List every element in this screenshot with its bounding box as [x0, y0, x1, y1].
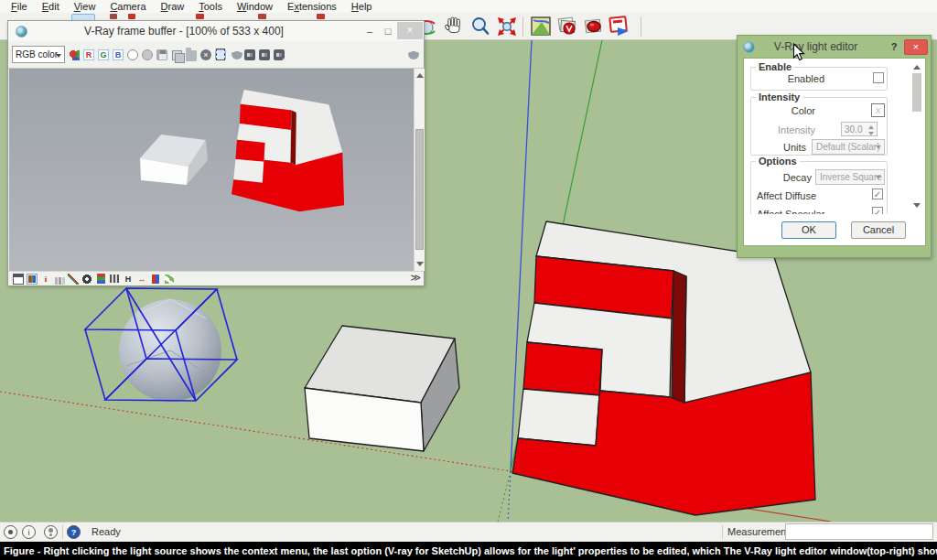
- fb-histogram-icon[interactable]: [54, 274, 65, 285]
- zoom-extents-icon: [495, 15, 519, 38]
- credits-icon[interactable]: i: [22, 525, 36, 539]
- fb-levels-icon[interactable]: [109, 274, 120, 285]
- units-label: Units: [760, 142, 806, 153]
- fb-show-channels-icon[interactable]: [27, 274, 38, 285]
- pan-hand-icon: [442, 15, 466, 38]
- frame-buffer-toolbar: RGB color RGB×: [8, 41, 424, 69]
- mono-channel-icon[interactable]: [142, 49, 153, 60]
- frame-buffer-scrollbar[interactable]: [414, 69, 425, 271]
- zoom-tool-button[interactable]: [468, 14, 492, 38]
- menu-edit[interactable]: Edit: [35, 1, 67, 12]
- menu-extensions[interactable]: Extensions: [280, 1, 344, 12]
- green-channel-button[interactable]: G: [98, 49, 109, 60]
- rendered-red-structure: [232, 90, 344, 211]
- minimize-button[interactable]: –: [361, 23, 379, 39]
- vray-render-button[interactable]: [555, 14, 579, 38]
- help-button[interactable]: ?: [887, 39, 901, 54]
- scroll-down-icon[interactable]: [913, 203, 921, 208]
- close-button[interactable]: ×: [397, 22, 423, 39]
- save-image-icon[interactable]: [156, 49, 167, 60]
- menu-view[interactable]: View: [67, 1, 103, 12]
- maximize-button[interactable]: □: [379, 23, 397, 39]
- measurements-label: Measurements: [727, 526, 781, 537]
- render-result-image[interactable]: [9, 69, 414, 271]
- affect-specular-checkbox[interactable]: ✓: [872, 207, 883, 214]
- frame-buffer-titlebar[interactable]: V-Ray frame buffer - [100% of 533 x 400]…: [8, 21, 424, 41]
- fb-render-settings-icon[interactable]: [81, 274, 92, 285]
- save-all-icon[interactable]: [171, 49, 182, 60]
- alpha-channel-icon[interactable]: [127, 49, 138, 60]
- scrollbar-thumb[interactable]: [912, 73, 921, 112]
- menu-tools[interactable]: Tools: [191, 1, 230, 12]
- color-swatch-button[interactable]: X: [871, 103, 885, 117]
- sketchup-app: FileEditViewCameraDrawToolsWindowExtensi…: [0, 0, 937, 560]
- menu-help[interactable]: Help: [344, 1, 380, 12]
- blue-channel-button[interactable]: B: [113, 49, 124, 60]
- measurements-input[interactable]: [785, 523, 933, 540]
- affect-diffuse-checkbox[interactable]: ✓: [872, 188, 883, 199]
- fb-display-mode-icon[interactable]: [13, 274, 24, 285]
- compare-horizontal-icon[interactable]: [259, 49, 270, 60]
- channel-dropdown[interactable]: RGB color: [12, 46, 65, 63]
- menu-window[interactable]: Window: [230, 1, 280, 12]
- fb-color-balance-icon[interactable]: [95, 274, 106, 285]
- units-dropdown[interactable]: Default (Scalar): [812, 139, 885, 155]
- compare-vertical-icon[interactable]: [274, 49, 285, 60]
- help-icon[interactable]: ?: [67, 525, 81, 539]
- cancel-button[interactable]: Cancel: [851, 221, 906, 239]
- compare-ab-icon[interactable]: [244, 49, 255, 60]
- scroll-up-icon[interactable]: [416, 73, 424, 78]
- fb-image-info-icon[interactable]: i: [40, 274, 51, 285]
- open-image-icon[interactable]: [186, 50, 197, 61]
- color-wheel-icon[interactable]: [69, 49, 80, 60]
- pan-tool-button[interactable]: [441, 14, 466, 38]
- ok-button[interactable]: OK: [781, 221, 836, 239]
- scroll-up-icon[interactable]: [913, 65, 921, 70]
- zoom-icon: [468, 15, 492, 38]
- close-button[interactable]: ×: [904, 39, 928, 55]
- menu-draw[interactable]: Draw: [154, 1, 192, 12]
- fb-clamp-icon[interactable]: H: [123, 274, 134, 285]
- region-render-icon[interactable]: [215, 49, 226, 60]
- frame-buffer-footer-toolbar: iH↔: [8, 271, 424, 285]
- decay-dropdown[interactable]: Inverse Square: [815, 169, 885, 185]
- spinner-arrows-icon[interactable]: [867, 124, 876, 135]
- render-icon[interactable]: [230, 49, 241, 60]
- vray-asset-editor-icon: [529, 15, 553, 38]
- toolbar-partial-icon: [110, 14, 117, 19]
- toolbar-partial-icon: [196, 14, 204, 19]
- clear-image-icon[interactable]: ×: [200, 49, 211, 60]
- light-editor-titlebar[interactable]: V-Ray light editor ? ×: [738, 36, 931, 58]
- fb-compare-icon[interactable]: ↔: [136, 274, 147, 285]
- fb-color-curve-icon[interactable]: [68, 274, 79, 285]
- geolocation-icon[interactable]: [4, 525, 17, 539]
- vray-light-editor-window[interactable]: V-Ray light editor ? × Enable Enabled In…: [737, 35, 932, 258]
- fb-stereo-icon[interactable]: [150, 274, 161, 285]
- menu-file[interactable]: File: [4, 1, 35, 12]
- red-structure-model[interactable]: [512, 221, 815, 515]
- enabled-checkbox[interactable]: [873, 72, 884, 83]
- status-bar: i ? Ready Measurements: [0, 522, 937, 542]
- options-group: Options Decay Inverse Square Affect Diff…: [750, 161, 888, 214]
- intensity-label: Intensity: [760, 124, 815, 135]
- menu-camera[interactable]: Camera: [102, 1, 153, 12]
- vray-asset-editor-button[interactable]: [528, 14, 553, 38]
- vray-framebuffer-icon: [607, 15, 631, 38]
- intensity-spinner[interactable]: 30.0: [841, 122, 878, 136]
- zoom-extents-button[interactable]: [494, 14, 519, 38]
- red-channel-button[interactable]: R: [83, 49, 94, 60]
- render-last-icon[interactable]: [406, 49, 417, 60]
- decay-label: Decay: [760, 172, 812, 183]
- more-tools-chevron[interactable]: ≫: [410, 272, 421, 284]
- light-editor-content: Enable Enabled Intensity Color X Intensi…: [743, 58, 926, 246]
- light-editor-scrollbar[interactable]: [910, 60, 924, 212]
- scrollbar-thumb[interactable]: [415, 129, 424, 250]
- fb-pixel-info-icon[interactable]: [164, 274, 175, 285]
- vray-frame-buffer-window[interactable]: V-Ray frame buffer - [100% of 533 x 400]…: [7, 20, 425, 285]
- chevron-down-icon: [56, 54, 61, 58]
- light-editor-title: V-Ray light editor: [765, 40, 867, 53]
- vray-framebuffer-button[interactable]: [607, 14, 631, 38]
- sign-in-icon[interactable]: [44, 525, 58, 539]
- vray-interactive-render-button[interactable]: [581, 14, 606, 38]
- scroll-down-icon[interactable]: [416, 262, 424, 266]
